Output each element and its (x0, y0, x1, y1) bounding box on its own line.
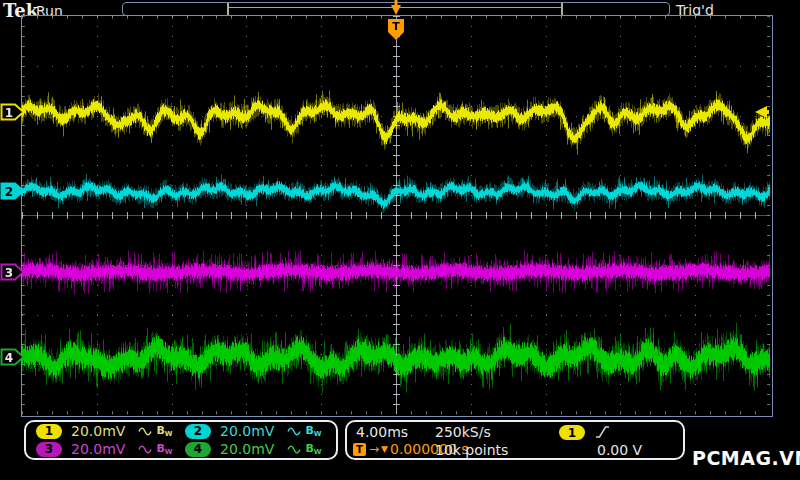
waveform-display (22, 16, 770, 414)
ac-coupling-icon (138, 445, 152, 454)
svg-text:1: 1 (5, 106, 13, 120)
ac-coupling-icon (287, 445, 301, 454)
channel-2-readout: 2 20.0mV BW (181, 423, 330, 439)
svg-text:2: 2 (5, 185, 13, 199)
window-bracket-left (227, 3, 229, 15)
svg-text:3: 3 (5, 266, 13, 280)
channel-4-marker: 4 (0, 348, 25, 366)
channel-readout-box: 1 20.0mV BW 2 20.0mV BW 3 20.0mV (24, 420, 338, 460)
trigger-level-value: 0.00 V (597, 442, 642, 458)
channel-3-badge: 3 (36, 442, 62, 457)
channel-3-marker: 3 (0, 263, 25, 281)
bandwidth-limit-icon: BW (305, 424, 321, 438)
rising-edge-icon (595, 425, 610, 439)
channel-4-scale: 20.0mV (220, 441, 274, 457)
channel-2-scale: 20.0mV (220, 423, 274, 439)
channel-1-readout: 1 20.0mV BW (32, 423, 181, 439)
ac-coupling-icon (287, 427, 301, 436)
arrow-right-icon: → (369, 442, 379, 456)
svg-text:4: 4 (5, 351, 13, 365)
timebase-scale: 4.00ms (356, 424, 408, 440)
channel-2-marker: 2 (0, 182, 25, 200)
trigger-level-arrow (752, 105, 769, 119)
cursor-down-icon: ▼ (381, 444, 388, 454)
trigger-t-icon: T (353, 443, 366, 456)
trigger-source-badge: 1 (559, 425, 585, 440)
sample-rate: 250kS/s (435, 424, 491, 440)
record-length: 10k points (435, 442, 508, 458)
trigger-position-flag: T (387, 19, 405, 42)
ac-coupling-icon (138, 427, 152, 436)
channel-1-scale: 20.0mV (71, 423, 125, 439)
graticule-frame (21, 15, 773, 417)
oscilloscope-screen: { "header": { "logo": "Tek", "acq_status… (0, 0, 800, 480)
window-bracket-right (561, 3, 563, 15)
channel-3-readout: 3 20.0mV BW (32, 441, 181, 457)
bandwidth-limit-icon: BW (305, 442, 321, 456)
channel-2-badge: 2 (185, 424, 211, 439)
channel-4-readout: 4 20.0mV BW (181, 441, 330, 457)
bandwidth-limit-icon: BW (156, 442, 172, 456)
channel-3-scale: 20.0mV (71, 441, 125, 457)
channel-1-marker: 1 (0, 103, 25, 121)
watermark: PCMAG.VN (692, 447, 800, 469)
trigger-flag-label: T (392, 20, 400, 33)
bandwidth-limit-icon: BW (156, 424, 172, 438)
channel-1-badge: 1 (36, 424, 62, 439)
channel-4-badge: 4 (185, 442, 211, 457)
horizontal-trigger-readout-box: 4.00ms 250kS/s 1 T → ▼ 0.000000 s 10k po… (345, 420, 685, 460)
